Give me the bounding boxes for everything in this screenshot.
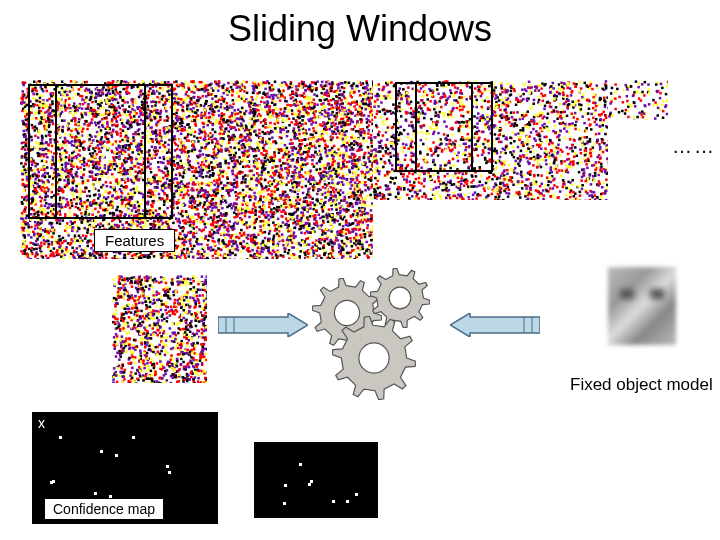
svg-rect-2626 [238,95,241,98]
svg-rect-4746 [273,190,276,193]
svg-rect-7399 [545,163,548,166]
svg-rect-7111 [339,89,342,92]
svg-rect-2474 [178,172,181,175]
svg-rect-10514 [145,307,148,310]
svg-rect-10298 [134,372,137,375]
svg-rect-6852 [206,199,209,202]
svg-rect-5109 [348,82,351,85]
svg-rect-6764 [341,106,344,109]
svg-rect-7050 [220,212,223,215]
svg-rect-5167 [227,167,230,170]
svg-rect-10421 [142,315,145,318]
svg-rect-3505 [247,234,250,237]
svg-rect-5912 [314,204,317,207]
svg-rect-5259 [307,118,310,121]
svg-rect-2770 [105,257,108,259]
svg-rect-4721 [248,211,251,214]
svg-rect-9049 [540,142,543,145]
svg-rect-3350 [145,225,148,228]
svg-rect-4767 [337,119,340,122]
svg-rect-9196 [430,188,433,191]
svg-rect-6542 [364,86,367,89]
svg-rect-6707 [242,210,245,213]
svg-rect-5275 [187,189,190,192]
svg-rect-8845 [567,126,570,129]
svg-rect-4756 [275,142,278,145]
svg-rect-9430 [614,83,617,86]
svg-rect-7132 [349,191,352,194]
svg-rect-7280 [253,236,256,239]
svg-rect-3373 [286,135,289,138]
svg-rect-6529 [356,113,359,116]
svg-rect-7257 [196,253,199,256]
svg-rect-4091 [342,173,345,176]
svg-rect-548 [291,182,294,185]
svg-rect-3046 [32,231,35,234]
svg-rect-3726 [191,91,194,94]
svg-rect-4050 [319,181,322,184]
svg-rect-10508 [115,298,118,301]
svg-rect-3388 [324,109,327,112]
svg-rect-8613 [545,127,548,130]
svg-rect-7149 [256,165,259,168]
svg-rect-5926 [354,250,357,253]
svg-rect-9641 [113,376,116,379]
svg-rect-10273 [159,360,162,363]
svg-rect-8746 [497,199,500,200]
svg-rect-10467 [134,311,137,314]
svg-rect-8550 [539,121,542,124]
svg-rect-4873 [344,124,347,127]
svg-rect-6983 [325,132,328,135]
svg-rect-5663 [286,119,289,122]
svg-rect-4470 [361,171,364,174]
svg-rect-4350 [234,174,237,177]
svg-rect-10510 [156,329,159,332]
svg-rect-6841 [319,153,322,156]
svg-rect-8825 [557,147,560,150]
svg-rect-3713 [187,83,190,86]
svg-rect-6622 [81,221,84,224]
svg-rect-10564 [115,371,118,374]
svg-rect-10127 [192,365,195,368]
svg-rect-5812 [162,255,165,257]
svg-rect-9193 [579,191,582,194]
svg-rect-498 [191,171,194,174]
svg-rect-3273 [284,96,287,99]
svg-rect-3545 [176,102,179,105]
svg-rect-5903 [111,220,114,223]
svg-rect-1453 [252,92,255,95]
svg-rect-6452 [199,97,202,100]
svg-rect-6175 [205,100,208,103]
svg-rect-2797 [175,143,178,146]
svg-rect-9898 [126,277,129,280]
svg-rect-10453 [183,278,186,281]
svg-rect-9236 [496,160,499,163]
svg-rect-6269 [272,215,275,218]
svg-rect-6492 [186,116,189,119]
svg-rect-2076 [187,123,190,126]
svg-rect-9906 [206,275,208,278]
svg-rect-5757 [340,217,343,220]
svg-rect-10207 [159,332,162,335]
svg-rect-2682 [282,156,285,159]
svg-rect-7232 [301,123,304,126]
svg-rect-7122 [362,98,365,101]
svg-rect-2310 [324,250,327,253]
svg-rect-9311 [587,178,590,181]
svg-rect-8359 [508,192,511,195]
svg-rect-5224 [203,131,206,134]
svg-rect-9270 [600,97,603,100]
svg-rect-7258 [20,102,23,105]
svg-rect-9281 [561,86,564,89]
svg-rect-6498 [262,163,265,166]
svg-rect-2900 [26,229,29,232]
svg-rect-4597 [272,243,275,246]
svg-rect-3562 [214,81,217,84]
svg-rect-4081 [189,242,192,245]
svg-rect-10110 [182,281,185,284]
svg-rect-4853 [221,85,224,88]
svg-rect-9781 [144,375,147,378]
svg-rect-5709 [278,209,281,212]
svg-rect-8006 [532,164,535,167]
svg-rect-2322 [196,226,199,229]
